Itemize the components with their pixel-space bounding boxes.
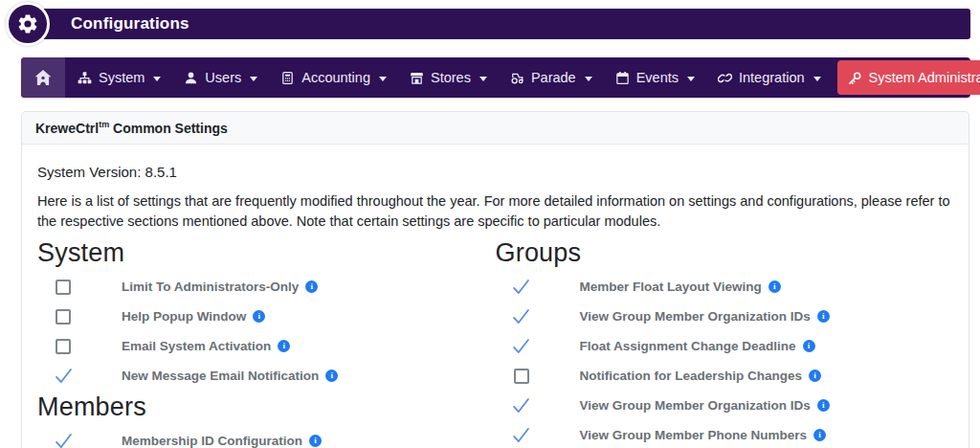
checkmark-icon[interactable]: [53, 366, 74, 387]
setting-label-text: View Group Member Organization IDs: [580, 398, 811, 413]
info-icon[interactable]: i: [809, 370, 821, 382]
app-header-bar: Configurations: [29, 9, 970, 39]
setting-row-membership-id-configuration: Membership ID Configurationi: [37, 426, 496, 448]
user-icon: [184, 71, 198, 85]
setting-label: View Group Member Phone Numbersi: [580, 428, 827, 442]
setting-label: Notification for Leadership Changesi: [580, 369, 822, 383]
setting-label: View Group Member Organization IDsi: [580, 398, 830, 413]
settings-panel: KreweCtrltm Common Settings System Versi…: [21, 111, 969, 448]
setting-row-limit-to-administrators-only: Limit To Administrators-Onlyi: [37, 272, 496, 302]
setting-label-text: Notification for Leadership Changes: [580, 369, 803, 383]
info-icon[interactable]: i: [803, 340, 815, 352]
setting-row-view-group-member-organization-ids: View Group Member Organization IDsi: [496, 302, 954, 331]
checkbox-unchecked[interactable]: [511, 366, 532, 387]
key-icon: [848, 71, 862, 85]
setting-label-text: View Group Member Organization IDs: [580, 309, 811, 324]
checkbox-unchecked[interactable]: [53, 336, 74, 357]
caret-down-icon: [379, 77, 387, 81]
caret-down-icon: [687, 77, 695, 81]
setting-label-text: Float Assignment Change Deadline: [580, 339, 796, 353]
setting-row-view-group-member-phone-numbers: View Group Member Phone Numbersi: [496, 420, 954, 448]
nav-home-button[interactable]: [21, 57, 65, 98]
tractor-icon: [510, 71, 524, 85]
setting-label-text: Help Popup Window: [122, 309, 246, 324]
checkmark-icon[interactable]: [511, 425, 532, 446]
info-icon[interactable]: i: [305, 280, 318, 293]
info-icon[interactable]: i: [817, 310, 830, 323]
section-heading-groups: Groups: [496, 238, 954, 268]
info-icon[interactable]: i: [813, 429, 826, 441]
nav-item-label: Integration: [739, 70, 805, 85]
system-version: System Version: 8.5.1: [37, 164, 953, 180]
home-icon: [33, 68, 53, 87]
setting-label: Member Float Layout Viewingi: [580, 280, 781, 294]
panel-header: KreweCtrltm Common Settings: [22, 112, 969, 145]
setting-label: View Group Member Organization IDsi: [580, 309, 830, 324]
settings-column-left: SystemLimit To Administrators-OnlyiHelp …: [37, 236, 496, 448]
info-icon[interactable]: i: [309, 435, 322, 447]
setting-label: Limit To Administrators-Onlyi: [122, 280, 318, 294]
panel-title: KreweCtrltm Common Settings: [35, 121, 228, 136]
setting-label: Email System Activationi: [122, 339, 290, 353]
gear-icon: [16, 12, 39, 35]
setting-row-float-assignment-change-deadline: Float Assignment Change Deadlinei: [496, 331, 954, 361]
section-heading-members: Members: [37, 392, 496, 422]
nav-item-accounting[interactable]: Accounting: [270, 57, 397, 98]
nav-item-integration[interactable]: Integration: [707, 57, 832, 98]
setting-label: Float Assignment Change Deadlinei: [580, 339, 815, 353]
checkbox[interactable]: [514, 369, 529, 384]
nav-item-system-administration[interactable]: System Administration: [837, 60, 980, 95]
store-icon: [410, 71, 424, 85]
nav-item-system[interactable]: System: [67, 57, 171, 98]
setting-row-new-message-email-notification: New Message Email Notificationi: [37, 361, 496, 391]
nav-item-label: Stores: [431, 70, 471, 85]
setting-row-email-system-activation: Email System Activationi: [37, 331, 496, 361]
setting-label-text: New Message Email Notification: [122, 369, 319, 383]
setting-label-text: View Group Member Phone Numbers: [580, 428, 808, 442]
checkmark-icon[interactable]: [511, 277, 532, 298]
section-heading-system: System: [37, 238, 496, 268]
checkbox[interactable]: [56, 280, 71, 295]
checkbox-unchecked[interactable]: [53, 277, 74, 298]
checkbox-unchecked[interactable]: [53, 306, 74, 327]
nav-item-label: Parade: [531, 70, 576, 85]
caret-down-icon: [479, 77, 487, 81]
checkmark-icon[interactable]: [511, 306, 532, 327]
caret-down-icon: [153, 77, 161, 81]
nav-item-events[interactable]: Events: [605, 57, 705, 98]
nav-item-label: System: [99, 70, 145, 85]
checkmark-icon[interactable]: [511, 336, 532, 357]
info-icon[interactable]: i: [253, 310, 265, 323]
setting-label-text: Email System Activation: [122, 339, 271, 353]
link-icon: [718, 71, 732, 85]
info-icon[interactable]: i: [768, 280, 781, 293]
info-icon[interactable]: i: [817, 399, 830, 412]
caret-down-icon: [813, 77, 821, 81]
checkmark-icon[interactable]: [53, 431, 74, 448]
setting-label: Membership ID Configurationi: [122, 434, 322, 448]
checkmark-icon[interactable]: [511, 395, 532, 416]
checkbox[interactable]: [56, 339, 71, 354]
nav-item-stores[interactable]: Stores: [399, 57, 498, 98]
caret-down-icon: [585, 77, 592, 81]
main-navbar: System Users Accounting Stores: [21, 57, 970, 98]
settings-description: Here is a list of settings that are freq…: [37, 191, 953, 234]
setting-label-text: Membership ID Configuration: [122, 434, 302, 448]
nav-item-parade[interactable]: Parade: [500, 57, 603, 98]
nav-item-label: Users: [205, 70, 241, 85]
info-icon[interactable]: i: [325, 370, 338, 382]
checkbox[interactable]: [56, 309, 71, 325]
caret-down-icon: [250, 77, 257, 81]
setting-label-text: Member Float Layout Viewing: [580, 280, 762, 294]
nav-item-users[interactable]: Users: [173, 57, 268, 98]
setting-label-text: Limit To Administrators-Only: [122, 280, 299, 294]
nav-item-label: Accounting: [301, 70, 370, 85]
info-icon[interactable]: i: [278, 340, 290, 352]
setting-label: Help Popup Windowi: [122, 309, 265, 324]
page-title: Configurations: [71, 14, 189, 34]
setting-row-notification-for-leadership-changes: Notification for Leadership Changesi: [496, 361, 954, 391]
setting-label: New Message Email Notificationi: [122, 369, 338, 383]
nav-item-label: Events: [636, 70, 679, 85]
calendar-icon: [615, 71, 630, 85]
calculator-icon: [280, 71, 295, 85]
